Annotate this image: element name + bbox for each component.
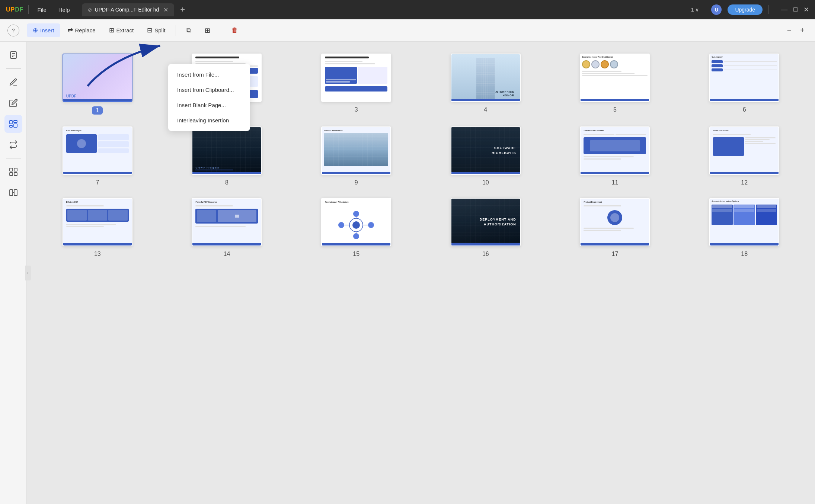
page-thumbnail-11[interactable]: Enhanced PDF Reader: [580, 126, 650, 175]
page-thumbnail-14[interactable]: Powerful PDF Converter: [192, 198, 262, 246]
sidebar-sep-1: [6, 68, 21, 69]
page-item-4[interactable]: ENTERPRISEHONOR 4: [430, 54, 541, 115]
page-count-display[interactable]: 1 ∨: [691, 7, 699, 13]
page-thumbnail-1[interactable]: UPDF: [63, 54, 132, 102]
page-item-11[interactable]: Enhanced PDF Reader 11: [559, 126, 671, 186]
tab-label: UPDF-A Comp...F Editor hd: [95, 7, 159, 13]
page-number-10: 10: [482, 179, 489, 186]
copy-pages-button[interactable]: ⧉: [180, 23, 197, 37]
page-thumbnail-4[interactable]: ENTERPRISEHONOR: [451, 54, 521, 102]
menu-file[interactable]: File: [33, 4, 51, 15]
page-thumbnail-12[interactable]: Smart PDF Editor: [709, 126, 779, 175]
page-thumbnail-7[interactable]: Core Advantages: [63, 126, 132, 175]
dropdown-chevron-icon: ∨: [695, 7, 699, 13]
page-number-13: 13: [94, 251, 101, 257]
page-item-9[interactable]: Product Introduction 9: [300, 126, 412, 186]
page-item-10[interactable]: SOFTWAREHIGHLIGHTS 10: [430, 126, 541, 186]
page-number-12: 12: [741, 179, 748, 186]
close-button[interactable]: ✕: [803, 6, 809, 14]
new-tab-btn[interactable]: +: [180, 5, 185, 15]
interleaving-insertion-item[interactable]: Interleaving Insertion: [168, 113, 250, 128]
replace-icon: ⇄: [68, 26, 73, 34]
svg-point-18: [338, 222, 344, 228]
insert-from-clipboard-item[interactable]: Insert from Clipboard...: [168, 82, 250, 97]
help-button[interactable]: ?: [7, 25, 19, 36]
page-item-18[interactable]: Account Authorization Options: [688, 198, 800, 257]
svg-rect-13: [14, 190, 17, 196]
titlebar-divider-2: [705, 5, 705, 14]
page-thumbnail-16[interactable]: DEPLOYMENT ANDAUTHORIZATION: [451, 198, 521, 246]
delete-button[interactable]: 🗑: [226, 23, 244, 37]
titlebar-right: 1 ∨ U Upgrade — □ ✕: [691, 4, 809, 15]
insert-blank-page-item[interactable]: Insert Blank Page...: [168, 97, 250, 113]
page-item-7[interactable]: Core Advantages: [42, 126, 153, 186]
page-thumbnail-10[interactable]: SOFTWAREHIGHLIGHTS: [451, 126, 521, 175]
maximize-button[interactable]: □: [793, 6, 798, 14]
page-number-7: 7: [96, 179, 99, 186]
page-item-5[interactable]: Enterprise Honor And Qualification 5: [559, 54, 671, 115]
current-tab[interactable]: ⊘ UPDF-A Comp...F Editor hd ✕: [82, 3, 175, 16]
toolbar-right: − +: [784, 25, 808, 36]
tab-close-btn[interactable]: ✕: [163, 6, 168, 13]
sidebar-icon-reader[interactable]: [4, 46, 22, 64]
sidebar-icon-organize[interactable]: [4, 115, 22, 133]
content-area: Insert from File... Insert from Clipboar…: [27, 42, 815, 504]
page-thumbnail-8[interactable]: Growth Prospect: [192, 126, 262, 175]
replace-button[interactable]: ⇄ Replace: [62, 23, 102, 37]
chevron-left-icon: ›: [27, 271, 28, 275]
page-thumbnail-18[interactable]: Account Authorization Options: [709, 198, 779, 246]
extract-button[interactable]: ⊞ Extract: [103, 23, 140, 37]
insert-button[interactable]: ⊕ Insert: [27, 23, 60, 37]
page-item-12[interactable]: Smart PDF Editor: [688, 126, 800, 186]
page-item-16[interactable]: DEPLOYMENT ANDAUTHORIZATION 16: [430, 198, 541, 257]
page-thumbnail-13[interactable]: Efficient OCR: [63, 198, 132, 246]
sidebar-icon-annotate[interactable]: [4, 73, 22, 91]
user-avatar: U: [711, 4, 722, 15]
page-number-1: 1: [92, 106, 103, 115]
page-number-5: 5: [613, 106, 617, 113]
page-thumbnail-15[interactable]: Revolutionary AI Assistant: [321, 198, 391, 246]
split-button[interactable]: ⊟ Split: [141, 23, 171, 37]
page-number-14: 14: [224, 251, 230, 257]
svg-rect-12: [10, 190, 13, 196]
titlebar-divider-3: [768, 5, 769, 14]
upgrade-button[interactable]: Upgrade: [728, 4, 763, 15]
page-thumbnail-6[interactable]: Our Journey: [709, 54, 779, 102]
sidebar-collapse-button[interactable]: ›: [25, 266, 31, 280]
page-number-18: 18: [741, 251, 748, 257]
main-layout: › Insert from File... Insert from Clipbo…: [0, 42, 815, 504]
page-thumbnail-17[interactable]: Product Deployment: [580, 198, 650, 246]
titlebar-divider-1: [28, 5, 29, 14]
page-number-16: 16: [482, 251, 489, 257]
page-item-3[interactable]: 3: [300, 54, 412, 115]
extract-icon: ⊞: [109, 26, 114, 34]
sidebar-icon-compare[interactable]: [4, 184, 22, 202]
duplicate-button[interactable]: ⊞: [199, 23, 216, 38]
page-item-13[interactable]: Efficient OCR 13: [42, 198, 153, 257]
sidebar-icon-ocr[interactable]: [4, 163, 22, 181]
insert-from-file-item[interactable]: Insert from File...: [168, 67, 250, 82]
menu-help[interactable]: Help: [54, 4, 74, 15]
page-item-6[interactable]: Our Journey: [688, 54, 800, 115]
svg-point-19: [368, 222, 374, 228]
page-item-1[interactable]: UPDF 1: [42, 54, 153, 115]
sidebar-icon-convert[interactable]: [4, 136, 22, 154]
page-thumbnail-9[interactable]: Product Introduction: [321, 126, 391, 175]
toolbar-separator-2: [221, 25, 221, 36]
minimize-button[interactable]: —: [781, 6, 787, 14]
split-icon: ⊟: [147, 26, 152, 34]
page-item-17[interactable]: Product Deployment 17: [559, 198, 671, 257]
page-item-8[interactable]: Growth Prospect 8: [171, 126, 283, 186]
page-item-14[interactable]: Powerful PDF Converter 14: [171, 198, 283, 257]
trash-icon: 🗑: [231, 26, 238, 34]
page-thumbnail-3[interactable]: [321, 54, 391, 102]
page-item-15[interactable]: Revolutionary AI Assistant: [300, 198, 412, 257]
zoom-in-button[interactable]: +: [797, 25, 808, 36]
svg-rect-5: [14, 121, 17, 122]
insert-icon: ⊕: [33, 26, 38, 34]
page-1-logo: UPDF: [66, 94, 76, 98]
sidebar-icon-edit[interactable]: [4, 94, 22, 112]
page-number-8: 8: [225, 179, 228, 186]
page-thumbnail-5[interactable]: Enterprise Honor And Qualification: [580, 54, 650, 102]
zoom-out-button[interactable]: −: [784, 25, 795, 36]
